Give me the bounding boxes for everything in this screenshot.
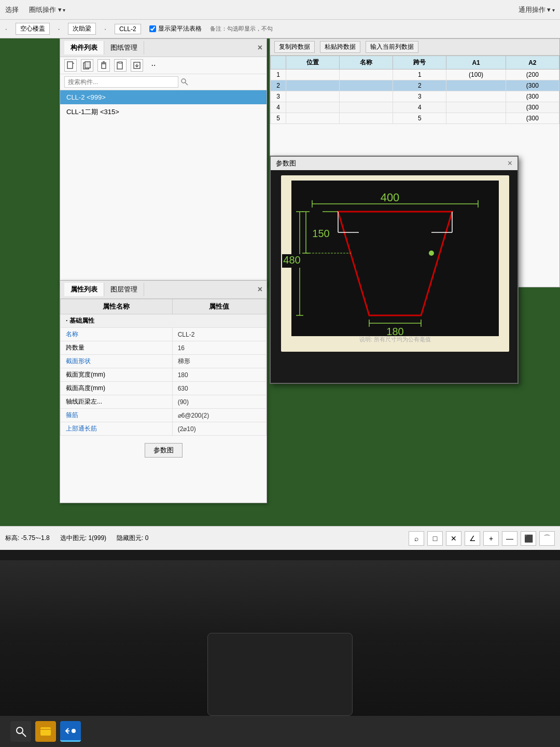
properties-header: 属性列表 图层管理 ×	[60, 281, 267, 299]
toolbar-general-ops[interactable]: 通用操作 ▾	[519, 5, 555, 15]
cell-pos	[286, 113, 340, 124]
tool-cross[interactable]: ✕	[446, 531, 461, 546]
component-list-panel: 构件列表 图纸管理 × ··	[60, 38, 267, 287]
cell-a2: (300	[506, 91, 559, 102]
table-row[interactable]: 3 3 (300	[271, 91, 559, 102]
component-list-close[interactable]: ×	[258, 43, 262, 52]
prop-row-width[interactable]: 截面宽度(mm) 180	[61, 368, 267, 382]
prop-row-height[interactable]: 截面高度(mm) 630	[61, 382, 267, 395]
prop-row-stirrup[interactable]: 箍筋 ⌀6@200(2)	[61, 409, 267, 422]
icon-copy[interactable]	[81, 59, 93, 72]
prop-row-span[interactable]: 跨数量 16	[61, 341, 267, 355]
tool-plus[interactable]: +	[483, 531, 499, 546]
param-diagram-button[interactable]: 参数图	[145, 443, 183, 458]
component-list-toolbar: ··	[60, 57, 267, 74]
svg-point-14	[181, 79, 186, 83]
svg-text:180: 180	[386, 326, 403, 337]
show-table-checkbox-input[interactable]	[149, 25, 156, 32]
svg-line-47	[22, 733, 26, 737]
table-toolbar: 复制跨数据 粘贴跨数据 输入当前列数据	[270, 39, 559, 56]
screen: 选择 圈纸操作 ▾ 通用操作 ▾ · 空心楼盖 · 次助梁 · CLL-2 显示…	[0, 0, 560, 550]
toolbar-drawing-ops[interactable]: 圈纸操作 ▾	[29, 5, 65, 15]
col-a1: A1	[446, 56, 506, 70]
cell-num: 2	[271, 80, 286, 91]
tab-properties[interactable]: 属性列表	[64, 283, 104, 296]
prop-value-shape: 梯形	[172, 355, 266, 368]
properties-close[interactable]: ×	[258, 285, 262, 294]
cell-a1	[446, 80, 506, 91]
tool-angle[interactable]: ∠	[465, 531, 480, 546]
tab-drawing-mgmt[interactable]: 图纸管理	[104, 41, 144, 54]
laptop-bezel: VO	[0, 560, 560, 747]
tool-minus[interactable]: —	[502, 531, 517, 546]
cell-name	[340, 80, 393, 91]
component-item-cll2[interactable]: CLL-2 <999>	[60, 90, 267, 104]
svg-rect-6	[85, 62, 90, 68]
svg-text:说明: 所有尺寸均为公有毫值: 说明: 所有尺寸均为公有毫值	[359, 336, 431, 342]
tool-arc[interactable]: ⌒	[539, 531, 555, 546]
cell-num: 1	[271, 70, 286, 80]
status-tools: ⌕ □ ✕ ∠ + — ⬛ ⌒	[409, 531, 555, 546]
properties-table: 属性名称 属性值 · 基础属性 名称 CLL-2 跨数量 16 截面形状	[60, 299, 267, 436]
btn-copy-span[interactable]: 复制跨数据	[274, 41, 315, 53]
prop-label-height: 截面高度(mm)	[61, 382, 173, 395]
hollow-floor-dropdown[interactable]: 空心楼盖	[16, 23, 50, 35]
prop-label-stirrup: 箍筋	[61, 409, 173, 422]
component-list-header: 构件列表 图纸管理 ×	[60, 39, 267, 57]
prop-row-top-rebar[interactable]: 上部通长筋 (2⌀10)	[61, 422, 267, 436]
cell-span: 4	[393, 102, 446, 113]
touchpad[interactable]	[207, 633, 353, 716]
icon-delete[interactable]	[97, 59, 110, 72]
prop-row-axis[interactable]: 轴线距梁左... (90)	[61, 395, 267, 409]
prop-row-name[interactable]: 名称 CLL-2	[61, 328, 267, 341]
cll2-dropdown[interactable]: CLL-2	[115, 24, 141, 34]
tool-rect[interactable]: □	[427, 531, 443, 546]
icon-more[interactable]: ··	[147, 59, 160, 72]
component-search	[60, 74, 267, 90]
cell-num: 4	[271, 102, 286, 113]
table-row[interactable]: 5 5 (300	[271, 113, 559, 124]
prop-value-stirrup: ⌀6@200(2)	[172, 409, 266, 422]
cell-name	[340, 102, 393, 113]
tab-layer-mgmt[interactable]: 图层管理	[104, 283, 144, 296]
table-row[interactable]: 4 4 (300	[271, 102, 559, 113]
prop-value-span: 16	[172, 341, 266, 355]
icon-paste[interactable]	[114, 59, 127, 72]
svg-point-46	[17, 727, 23, 734]
btn-paste-span[interactable]: 粘贴跨数据	[320, 41, 360, 53]
col-span: 跨号	[393, 56, 446, 70]
param-diagram-close[interactable]: ×	[508, 159, 512, 168]
taskbar-search[interactable]	[10, 721, 31, 742]
icon-new[interactable]	[64, 59, 77, 72]
prop-row-shape[interactable]: 截面形状 梯形	[61, 355, 267, 368]
btn-input-col[interactable]: 输入当前列数据	[366, 41, 418, 53]
taskbar-app[interactable]	[60, 721, 81, 742]
tab-component-list[interactable]: 构件列表	[64, 41, 104, 54]
toolbar2: · 空心楼盖 · 次助梁 · CLL-2 显示梁平法表格 备注：勾选即显示，不勾	[0, 20, 560, 38]
toolbar2-dot3: ·	[104, 25, 106, 33]
toolbar2-note: 备注：勾选即显示，不勾	[210, 25, 273, 33]
sub-beam-dropdown[interactable]: 次助梁	[68, 23, 96, 35]
toolbar-select[interactable]: 选择	[5, 5, 19, 15]
prop-label-shape: 截面形状	[61, 355, 173, 368]
tool-fill[interactable]: ⬛	[521, 531, 536, 546]
taskbar-files[interactable]	[35, 721, 56, 742]
taskbar-files-icon	[39, 725, 52, 738]
icon-export[interactable]	[131, 59, 143, 72]
status-selected: 选中图元: 1(999)	[60, 534, 106, 543]
tool-search[interactable]: ⌕	[409, 531, 424, 546]
table-row[interactable]: 1 1 (100) (200	[271, 70, 559, 80]
show-table-checkbox[interactable]: 显示梁平法表格	[149, 24, 202, 33]
cell-name	[340, 91, 393, 102]
cell-a2: (200	[506, 70, 559, 80]
search-input[interactable]	[64, 76, 178, 88]
toolbar2-prefix: ·	[5, 25, 7, 33]
cell-a2: (300	[506, 113, 559, 124]
table-row[interactable]: 2 2 (300	[271, 80, 559, 91]
cell-pos	[286, 102, 340, 113]
cell-a2: (300	[506, 80, 559, 91]
component-item-cll1[interactable]: CLL-1二期 <315>	[60, 104, 267, 120]
cell-name	[340, 70, 393, 80]
search-icon	[180, 78, 189, 86]
status-hidden: 隐藏图元: 0	[117, 534, 148, 543]
